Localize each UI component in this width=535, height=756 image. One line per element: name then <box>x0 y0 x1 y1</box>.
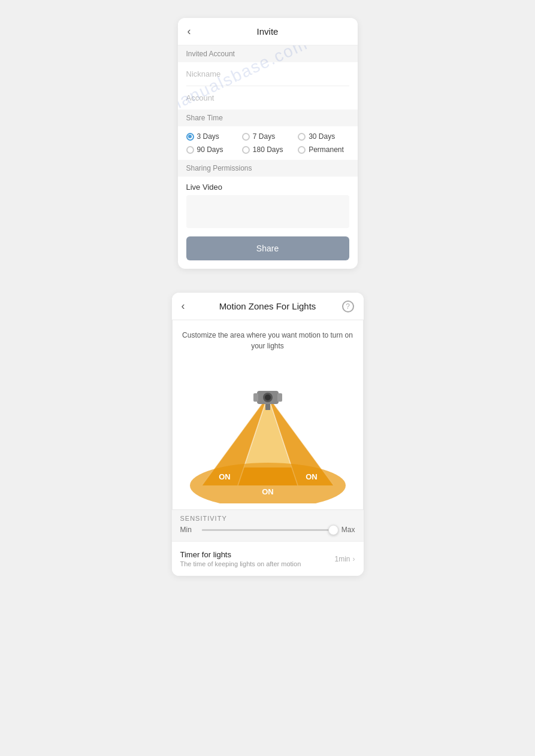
sensitivity-section: SENSITIVITY Min Max <box>172 510 364 541</box>
motion-zone-svg: ON ON ON <box>184 360 352 503</box>
sharing-permissions-label: Sharing Permissions <box>178 160 358 177</box>
radio-3days[interactable]: 3 Days <box>186 132 237 141</box>
radio-label-30days: 30 Days <box>309 132 335 141</box>
motion-title: Motion Zones For Lights <box>219 301 316 311</box>
zone-svg-wrapper: ON ON ON <box>179 360 357 503</box>
motion-back-button[interactable]: ‹ <box>182 300 185 312</box>
permissions-section: Live Video <box>178 177 358 228</box>
timer-row[interactable]: Timer for lights The time of keeping lig… <box>172 541 364 576</box>
radio-label-permanent: Permanent <box>309 145 344 154</box>
radio-circle-permanent <box>298 146 306 154</box>
radio-label-180days: 180 Days <box>253 145 283 154</box>
svg-text:ON: ON <box>306 472 318 481</box>
share-time-options: 3 Days 7 Days 30 Days 90 Days 180 Days <box>178 126 358 160</box>
help-icon[interactable]: ? <box>342 300 354 312</box>
invite-header: ‹ Invite <box>178 18 358 45</box>
radio-90days[interactable]: 90 Days <box>186 145 237 154</box>
share-button[interactable]: Share <box>186 236 349 260</box>
radio-label-3days: 3 Days <box>197 132 219 141</box>
timer-left: Timer for lights The time of keeping lig… <box>180 550 301 567</box>
motion-header: ‹ Motion Zones For Lights ? <box>172 293 364 320</box>
radio-permanent[interactable]: Permanent <box>298 145 349 154</box>
invite-inputs <box>178 62 358 110</box>
slider-fill <box>202 529 318 531</box>
timer-right: 1min › <box>334 555 355 563</box>
timer-title: Timer for lights <box>180 550 301 559</box>
motion-description: Customize the area where you want motion… <box>179 330 357 351</box>
min-label: Min <box>180 526 197 534</box>
nickname-input[interactable] <box>186 62 349 86</box>
max-label: Max <box>338 526 355 534</box>
svg-point-5 <box>190 463 346 503</box>
radio-circle-3days <box>186 133 194 141</box>
invite-back-button[interactable]: ‹ <box>188 25 191 38</box>
svg-point-11 <box>265 394 271 400</box>
radio-grid: 3 Days 7 Days 30 Days 90 Days 180 Days <box>178 126 358 160</box>
svg-rect-12 <box>265 404 270 410</box>
help-icon-label: ? <box>346 302 350 311</box>
radio-circle-30days <box>298 133 306 141</box>
sensitivity-label: SENSITIVITY <box>180 515 355 522</box>
invite-card: manualsbase.com ‹ Invite Invited Account… <box>178 18 358 269</box>
timer-value: 1min <box>334 555 350 563</box>
svg-text:ON: ON <box>219 472 231 481</box>
invited-account-label: Invited Account <box>178 45 358 62</box>
svg-text:ON: ON <box>262 487 274 496</box>
share-time-label: Share Time <box>178 110 358 126</box>
account-input[interactable] <box>186 86 349 110</box>
radio-7days[interactable]: 7 Days <box>242 132 293 141</box>
motion-visual-area: Customize the area where you want motion… <box>172 320 364 510</box>
timer-subtitle: The time of keeping lights on after moti… <box>180 560 301 567</box>
radio-30days[interactable]: 30 Days <box>298 132 349 141</box>
motion-zones-card: ‹ Motion Zones For Lights ? Customize th… <box>172 293 364 576</box>
svg-rect-13 <box>253 393 258 402</box>
live-video-label: Live Video <box>178 177 358 195</box>
invite-title: Invite <box>257 26 279 37</box>
radio-circle-90days <box>186 146 194 154</box>
radio-180days[interactable]: 180 Days <box>242 145 293 154</box>
slider-row: Min Max <box>180 526 355 539</box>
radio-circle-7days <box>242 133 250 141</box>
sensitivity-slider-track[interactable] <box>202 529 334 531</box>
slider-thumb[interactable] <box>328 525 338 535</box>
chevron-right-icon: › <box>353 555 355 563</box>
radio-circle-180days <box>242 146 250 154</box>
permissions-box <box>186 195 349 228</box>
radio-label-7days: 7 Days <box>253 132 275 141</box>
radio-label-90days: 90 Days <box>197 145 223 154</box>
svg-rect-14 <box>277 393 282 402</box>
